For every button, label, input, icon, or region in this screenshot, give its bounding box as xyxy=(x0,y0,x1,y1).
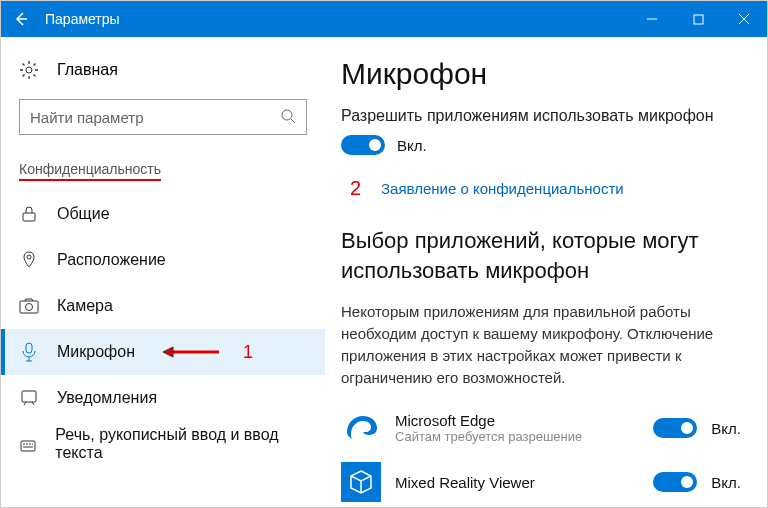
svg-rect-7 xyxy=(26,343,32,353)
minimize-icon xyxy=(646,13,658,25)
edge-icon xyxy=(341,408,381,448)
sidebar-item-microphone[interactable]: Микрофон 1 xyxy=(1,329,325,375)
sidebar-item-camera[interactable]: Камера xyxy=(1,283,325,329)
annotation-arrow-1 xyxy=(161,345,221,359)
privacy-statement-link[interactable]: Заявление о конфиденциальности xyxy=(381,180,624,197)
page-title: Микрофон xyxy=(341,57,741,91)
sidebar-item-general[interactable]: Общие xyxy=(1,191,325,237)
app-row-mixed-reality: Mixed Reality Viewer Вкл. xyxy=(341,462,741,502)
notifications-icon xyxy=(19,388,39,408)
choose-apps-heading: Выбор приложений, которые могут использо… xyxy=(341,226,741,285)
search-placeholder: Найти параметр xyxy=(30,109,280,126)
svg-point-6 xyxy=(26,304,33,311)
svg-rect-0 xyxy=(694,15,703,24)
speech-icon xyxy=(19,434,37,454)
svg-point-4 xyxy=(27,255,31,259)
annotation-index-2: 2 xyxy=(341,177,361,200)
sidebar-item-speech-inking-typing[interactable]: Речь, рукописный ввод и ввод текста xyxy=(1,421,325,467)
app-subtext: Сайтам требуется разрешение xyxy=(395,429,639,444)
svg-rect-3 xyxy=(23,213,35,221)
svg-rect-5 xyxy=(20,301,38,313)
allow-apps-toggle[interactable] xyxy=(341,135,385,155)
sidebar-item-label: Камера xyxy=(57,297,113,315)
annotation-index-1: 1 xyxy=(243,342,253,363)
privacy-link-row: 2 Заявление о конфиденциальности xyxy=(341,177,741,200)
app-toggle-state: Вкл. xyxy=(711,474,741,491)
minimize-button[interactable] xyxy=(629,1,675,37)
sidebar-item-label: Уведомления xyxy=(57,389,157,407)
svg-rect-9 xyxy=(21,441,35,451)
sidebar-item-label: Речь, рукописный ввод и ввод текста xyxy=(55,426,307,462)
app-row-edge: Microsoft Edge Сайтам требуется разрешен… xyxy=(341,408,741,448)
allow-apps-toggle-state: Вкл. xyxy=(397,137,427,154)
back-button[interactable] xyxy=(1,1,41,37)
allow-apps-toggle-row: Вкл. xyxy=(341,135,741,155)
mixed-reality-icon xyxy=(341,462,381,502)
app-toggle-edge[interactable] xyxy=(653,418,697,438)
search-icon xyxy=(280,108,296,127)
home-label: Главная xyxy=(57,61,118,79)
app-name: Microsoft Edge xyxy=(395,412,639,429)
search-input[interactable]: Найти параметр xyxy=(19,99,307,135)
titlebar: Параметры xyxy=(1,1,767,37)
home-nav[interactable]: Главная xyxy=(1,49,325,91)
close-icon xyxy=(738,13,750,25)
window-title: Параметры xyxy=(41,11,629,27)
section-label: Конфиденциальность xyxy=(19,161,307,181)
app-name: Mixed Reality Viewer xyxy=(395,474,639,491)
sidebar-item-label: Микрофон xyxy=(57,343,135,361)
sidebar-item-notifications[interactable]: Уведомления xyxy=(1,375,325,421)
sidebar-item-label: Расположение xyxy=(57,251,166,269)
svg-point-2 xyxy=(282,110,292,120)
sidebar: Главная Найти параметр Конфиденциальност… xyxy=(1,37,325,507)
sidebar-items: Общие Расположение Камера xyxy=(1,191,325,467)
maximize-icon xyxy=(693,14,704,25)
settings-window: Параметры Главная Найти параметр xyxy=(0,0,768,508)
maximize-button[interactable] xyxy=(675,1,721,37)
close-button[interactable] xyxy=(721,1,767,37)
sidebar-item-label: Общие xyxy=(57,205,110,223)
svg-point-1 xyxy=(26,67,32,73)
sidebar-item-location[interactable]: Расположение xyxy=(1,237,325,283)
app-toggle-state: Вкл. xyxy=(711,420,741,437)
microphone-icon xyxy=(19,342,39,362)
back-arrow-icon xyxy=(13,11,29,27)
svg-rect-8 xyxy=(22,391,36,402)
section-label-text: Конфиденциальность xyxy=(19,161,161,181)
location-icon xyxy=(19,250,39,270)
gear-icon xyxy=(19,60,39,80)
allow-apps-label: Разрешить приложениям использовать микро… xyxy=(341,107,741,125)
window-body: Главная Найти параметр Конфиденциальност… xyxy=(1,37,767,507)
main-pane: Микрофон Разрешить приложениям использов… xyxy=(325,37,767,507)
camera-icon xyxy=(19,296,39,316)
choose-apps-description: Некоторым приложениям для правильной раб… xyxy=(341,301,741,388)
app-toggle-mixed-reality[interactable] xyxy=(653,472,697,492)
lock-icon xyxy=(19,204,39,224)
